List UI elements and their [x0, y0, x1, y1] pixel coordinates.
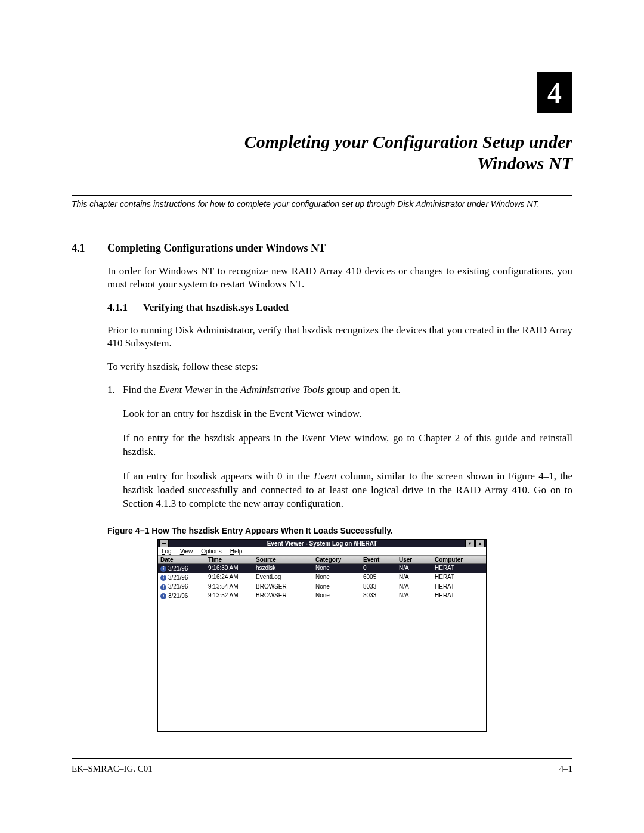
- step-1-p2: If no entry for the hszdisk appears in t…: [123, 432, 572, 459]
- header-source[interactable]: Source: [253, 556, 313, 563]
- section-4.1.1-body2: To verify hszdisk, follow these steps:: [107, 360, 572, 373]
- event-viewer-titlebar[interactable]: Event Viewer - System Log on \\HERAT ▾ ▴: [158, 540, 486, 547]
- footer-left: EK–SMRAC–IG. C01: [72, 764, 153, 774]
- rule-top: [72, 195, 572, 196]
- step-1-number: 1.: [107, 383, 123, 397]
- info-icon: i: [160, 566, 166, 572]
- section-4.1.1-number: 4.1.1: [107, 302, 131, 314]
- chapter-title-line1: Completing your Configuration Setup unde…: [244, 132, 572, 151]
- event-column-term: Event: [314, 470, 337, 482]
- header-date[interactable]: Date: [158, 556, 206, 563]
- t: If an entry for hszdisk appears with 0 i…: [123, 470, 314, 482]
- menu-help[interactable]: Help: [230, 548, 243, 555]
- t: group and open it.: [324, 384, 401, 395]
- info-icon: i: [160, 584, 166, 590]
- info-icon: i: [160, 575, 166, 581]
- t: Find the: [123, 384, 159, 395]
- section-4.1-number: 4.1: [72, 242, 95, 255]
- event-viewer-term: Event Viewer: [159, 384, 212, 395]
- section-4.1-title: Completing Configurations under Windows …: [107, 242, 326, 255]
- menu-bar[interactable]: Log View Options Help: [158, 547, 486, 556]
- chapter-title: Completing your Configuration Setup unde…: [72, 131, 572, 174]
- section-4.1-body: In order for Windows NT to recognize new…: [107, 265, 572, 291]
- column-headers[interactable]: Date Time Source Category Event User Com…: [158, 556, 486, 564]
- table-row[interactable]: i3/21/969:13:52 AMBROWSERNone8033N/AHERA…: [158, 592, 486, 600]
- header-time[interactable]: Time: [206, 556, 253, 563]
- info-icon: i: [160, 593, 166, 599]
- table-row[interactable]: i3/21/969:16:30 AMhszdiskNone0N/AHERAT: [158, 564, 486, 573]
- system-menu-icon[interactable]: [159, 540, 169, 547]
- rule-bottom: [72, 212, 572, 212]
- step-1-line2: Look for an entry for hszdisk in the Eve…: [123, 407, 572, 421]
- minimize-button[interactable]: ▾: [465, 540, 475, 547]
- header-computer[interactable]: Computer: [432, 556, 486, 563]
- figure-4-1-caption: Figure 4−1 How The hszdisk Entry Appears…: [107, 526, 572, 535]
- menu-view[interactable]: View: [180, 548, 193, 555]
- step-1-p3: If an entry for hszdisk appears with 0 i…: [123, 470, 572, 511]
- menu-log[interactable]: Log: [162, 548, 172, 555]
- footer-right: 4–1: [559, 764, 573, 774]
- header-event[interactable]: Event: [361, 556, 397, 563]
- header-user[interactable]: User: [397, 556, 432, 563]
- page-footer: EK–SMRAC–IG. C01 4–1: [72, 758, 572, 774]
- header-category[interactable]: Category: [313, 556, 361, 563]
- menu-options[interactable]: Options: [201, 548, 221, 555]
- chapter-title-line2: Windows NT: [477, 153, 572, 173]
- event-viewer-window: Event Viewer - System Log on \\HERAT ▾ ▴…: [157, 539, 487, 732]
- chapter-intro: This chapter contains instructions for h…: [72, 199, 572, 209]
- step-1: 1.Find the Event Viewer in the Administr…: [107, 383, 572, 397]
- t: in the: [212, 384, 240, 395]
- admin-tools-term: Administrative Tools: [240, 384, 324, 395]
- section-4.1.1-body1: Prior to running Disk Administrator, ver…: [107, 324, 572, 350]
- maximize-button[interactable]: ▴: [475, 540, 485, 547]
- table-row[interactable]: i3/21/969:13:54 AMBROWSERNone8033N/AHERA…: [158, 583, 486, 592]
- window-title-text: Event Viewer - System Log on \\HERAT: [267, 540, 377, 547]
- chapter-number-badge: 4: [537, 72, 572, 113]
- section-4.1.1-title: Verifying that hszdisk.sys Loaded: [143, 302, 289, 314]
- table-row[interactable]: i3/21/969:16:24 AMEventLogNone6005N/AHER…: [158, 573, 486, 582]
- event-list[interactable]: i3/21/969:16:30 AMhszdiskNone0N/AHERATi3…: [158, 564, 486, 731]
